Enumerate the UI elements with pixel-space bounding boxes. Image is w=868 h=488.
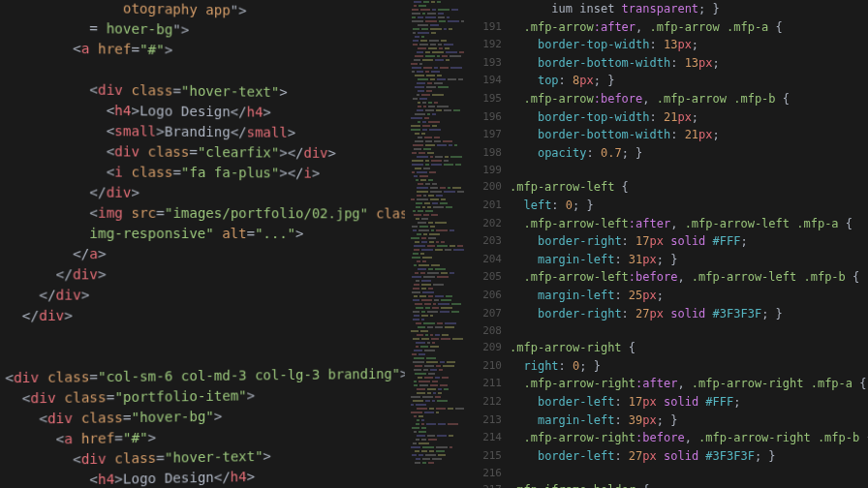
code-line[interactable]: <i class="fa fa-plus"></i> <box>5 162 405 184</box>
code-line[interactable]: 204 margin-left: 31px; } <box>473 251 868 269</box>
line-number: 211 <box>473 375 510 393</box>
minimap-line <box>411 226 469 229</box>
code-line[interactable]: 202 .mfp-arrow-left:after, .mfp-arrow-le… <box>473 215 868 233</box>
minimap-line <box>411 257 469 259</box>
minimap-line <box>411 450 469 453</box>
code-line[interactable]: 199 <box>473 162 868 178</box>
code-line[interactable]: 193 border-bottom-width: 13px; <box>473 54 868 73</box>
minimap-line <box>411 412 469 414</box>
code-line[interactable]: 212 border-left: 17px solid #FFF; <box>473 393 868 412</box>
code-line[interactable]: </div> <box>5 182 405 204</box>
code-line[interactable]: 194 top: 8px; } <box>473 72 868 90</box>
line-number: 191 <box>473 18 510 37</box>
code-line[interactable]: 207 border-right: 27px solid #3F3F3F; } <box>473 305 868 323</box>
code-line[interactable]: 209.mfp-arrow-right { <box>473 339 868 357</box>
code-line[interactable]: 211 .mfp-arrow-right:after, .mfp-arrow-r… <box>473 375 868 393</box>
minimap-line <box>411 404 469 407</box>
code-line[interactable]: </a> <box>5 244 405 264</box>
code-line[interactable]: </div> <box>5 284 405 306</box>
minimap-line <box>411 67 469 70</box>
minimap-line <box>411 419 469 422</box>
minimap-line <box>411 334 469 337</box>
minimap-line <box>411 160 469 163</box>
code-line[interactable]: 203 border-right: 17px solid #FFF; <box>473 232 868 251</box>
editor-pane-html[interactable]: otography app"> = hover-bg"> <a href="#"… <box>0 0 405 488</box>
code-line[interactable]: 208 <box>473 322 868 339</box>
code-line[interactable]: 201 left: 0; } <box>473 197 868 215</box>
minimap-line <box>411 307 469 310</box>
minimap-line <box>411 164 469 167</box>
minimap-line <box>411 198 469 201</box>
minimap-line <box>411 415 469 418</box>
code-line[interactable]: <div class="clearfix"></div> <box>5 140 405 164</box>
minimap-line <box>411 260 469 263</box>
code-line[interactable]: 210 right: 0; } <box>473 357 868 376</box>
code-line[interactable]: img-responsive" alt="..."> <box>5 224 405 244</box>
code-line[interactable]: 198 opacity: 0.7; } <box>473 144 868 163</box>
code-line[interactable]: 191 .mfp-arrow:after, .mfp-arrow .mfp-a … <box>473 18 868 37</box>
code-line[interactable]: </div> <box>5 304 405 326</box>
minimap-line <box>411 133 469 136</box>
line-number: 207 <box>473 305 510 323</box>
line-number: 215 <box>473 447 510 466</box>
minimap-line <box>411 36 469 39</box>
minimap-line <box>411 51 469 54</box>
minimap-line <box>411 55 469 58</box>
minimap-line <box>411 175 469 178</box>
line-number: 197 <box>473 126 510 144</box>
minimap-line <box>411 295 469 298</box>
minimap-line <box>411 233 469 236</box>
line-number: 206 <box>473 287 510 305</box>
minimap-line <box>411 458 469 461</box>
code-line[interactable]: </div> <box>5 264 405 286</box>
minimap-line <box>411 109 469 112</box>
minimap-line <box>411 280 469 283</box>
minimap-line <box>411 353 469 356</box>
minimap-line <box>411 249 469 252</box>
minimap-line <box>411 86 469 89</box>
minimap-line <box>411 361 469 364</box>
minimap-line <box>411 384 469 387</box>
minimap-line <box>411 168 469 170</box>
minimap-line <box>411 187 469 190</box>
code-line[interactable]: ium inset transparent; } <box>473 0 868 18</box>
minimap-line <box>411 102 469 105</box>
minimap[interactable] <box>407 0 473 488</box>
code-line[interactable]: 196 border-top-width: 21px; <box>473 108 868 127</box>
code-line[interactable]: 197 border-bottom-width: 21px; <box>473 126 868 144</box>
code-line[interactable]: 217.mfp-iframe-holder { <box>473 481 868 488</box>
line-number: 210 <box>473 357 510 376</box>
minimap-line <box>411 16 469 19</box>
code-line[interactable]: 216 <box>473 465 868 481</box>
code-line[interactable]: 192 border-top-width: 13px; <box>473 36 868 54</box>
code-line[interactable]: 206 margin-left: 25px; <box>473 287 868 305</box>
line-number: 213 <box>473 412 510 430</box>
editor-pane-css[interactable]: ium inset transparent; }191 .mfp-arrow:a… <box>473 0 868 488</box>
minimap-line <box>411 206 469 209</box>
code-line[interactable]: 214 .mfp-arrow-right:before, .mfp-arrow-… <box>473 429 868 447</box>
minimap-line <box>411 369 469 372</box>
line-number: 214 <box>473 429 510 447</box>
minimap-line <box>411 191 469 194</box>
minimap-line <box>411 322 469 325</box>
minimap-line <box>411 171 469 174</box>
code-line[interactable]: 200.mfp-arrow-left { <box>473 178 868 197</box>
code-line[interactable]: 205 .mfp-arrow-left:before, .mfp-arrow-l… <box>473 268 868 287</box>
minimap-line <box>411 106 469 108</box>
code-line[interactable]: <img src="images/portfolio/02.jpg" class… <box>5 202 405 224</box>
minimap-line <box>411 148 469 151</box>
minimap-line <box>411 32 469 35</box>
minimap-line <box>411 47 469 50</box>
code-line[interactable]: 195 .mfp-arrow:before, .mfp-arrow .mfp-b… <box>473 90 868 108</box>
line-number: 192 <box>473 36 510 54</box>
code-line[interactable]: 213 margin-left: 39px; } <box>473 412 868 430</box>
minimap-line <box>411 214 469 217</box>
minimap-line <box>411 392 469 395</box>
minimap-line <box>411 9 469 12</box>
line-number: 196 <box>473 108 510 127</box>
code-line[interactable]: 215 border-left: 27px solid #3F3F3F; } <box>473 447 868 466</box>
minimap-line <box>411 435 469 438</box>
line-number: 216 <box>473 465 510 481</box>
minimap-line <box>411 78 469 81</box>
minimap-line <box>411 431 469 434</box>
